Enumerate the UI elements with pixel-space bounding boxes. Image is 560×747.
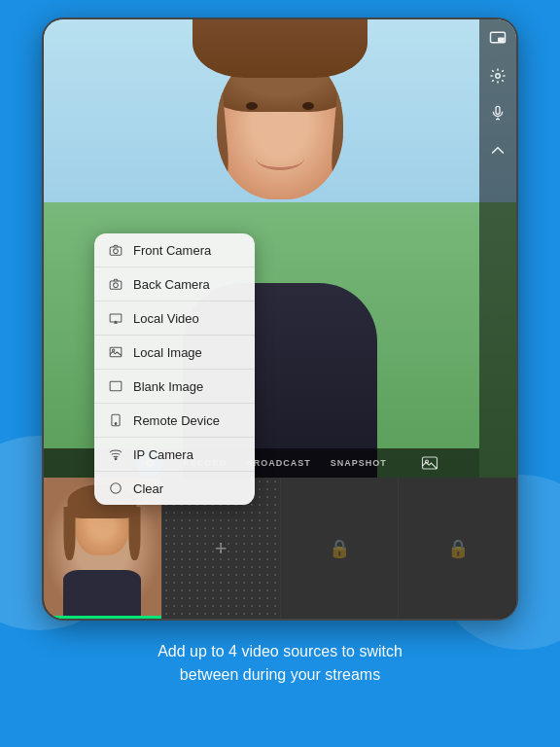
svg-point-12 — [115, 321, 117, 323]
svg-rect-1 — [498, 38, 505, 43]
eye-right — [302, 102, 314, 110]
menu-item-back-camera[interactable]: Back Camera — [94, 267, 255, 302]
person-smile — [256, 146, 304, 170]
local-image-label: Local Image — [133, 345, 202, 360]
mini-body — [63, 570, 141, 619]
front-camera-label: Front Camera — [133, 243, 211, 258]
local-image-icon — [108, 344, 123, 360]
caption-area: Add up to 4 video sources to switch betw… — [0, 621, 560, 696]
ip-camera-icon — [108, 446, 123, 462]
svg-point-19 — [115, 458, 117, 460]
svg-point-10 — [114, 283, 119, 288]
person-eyes — [246, 102, 314, 110]
microphone-icon[interactable] — [486, 101, 509, 124]
clear-label: Clear — [133, 481, 163, 496]
local-video-label: Local Video — [133, 311, 199, 326]
local-video-icon — [108, 310, 123, 326]
menu-item-front-camera[interactable]: Front Camera — [94, 233, 255, 267]
lock-icon-4: 🔒 — [447, 538, 469, 559]
menu-item-ip-camera[interactable]: IP Camera — [94, 438, 255, 472]
back-camera-icon — [108, 276, 123, 292]
remote-device-icon — [108, 412, 123, 428]
svg-point-8 — [114, 249, 119, 254]
caption-line2: between during your streams — [180, 666, 380, 683]
menu-item-clear[interactable]: Clear — [94, 472, 255, 505]
snapshot-label: SNAPSHOT — [331, 458, 387, 468]
svg-rect-3 — [496, 106, 500, 114]
menu-item-local-image[interactable]: Local Image — [94, 336, 255, 370]
svg-point-20 — [111, 483, 122, 494]
mini-hair-left — [64, 507, 76, 560]
menu-item-blank-image[interactable]: Blank Image — [94, 370, 255, 404]
svg-point-2 — [496, 74, 501, 79]
menu-item-remote-device[interactable]: Remote Device — [94, 404, 255, 438]
pip-icon[interactable] — [486, 27, 509, 51]
blank-image-icon — [108, 378, 123, 394]
gallery-button[interactable] — [419, 454, 440, 472]
ip-camera-label: IP Camera — [133, 447, 193, 462]
svg-point-18 — [115, 423, 117, 425]
svg-rect-16 — [110, 381, 122, 390]
sidebar-toolbar — [479, 19, 516, 478]
source-slot-4[interactable]: 🔒 — [399, 478, 516, 619]
menu-item-local-video[interactable]: Local Video — [94, 302, 255, 336]
blank-image-label: Blank Image — [133, 379, 203, 394]
ipad-frame: RECORD BROADCAST SNAPSHOT — [42, 18, 518, 621]
source-slot-3[interactable]: 🔒 — [281, 478, 400, 619]
lock-icon-3: 🔒 — [329, 538, 350, 559]
source-dropdown-menu: Front Camera Back Camera — [94, 233, 255, 505]
camera-icon — [108, 242, 123, 258]
broadcast-label: BROADCAST — [246, 458, 311, 468]
back-camera-label: Back Camera — [133, 277, 210, 292]
remote-device-label: Remote Device — [133, 413, 220, 428]
mini-hair-right — [129, 507, 141, 560]
ipad-screen: RECORD BROADCAST SNAPSHOT — [44, 19, 516, 619]
person-hair-body — [192, 19, 368, 78]
clear-icon — [108, 480, 123, 496]
caption-line1: Add up to 4 video sources to switch — [158, 643, 402, 659]
settings-icon[interactable] — [486, 64, 509, 88]
caption-text: Add up to 4 video sources to switch betw… — [39, 640, 521, 687]
eye-left — [246, 102, 258, 110]
source-1-active-indicator — [44, 616, 161, 619]
chevron-up-icon[interactable] — [486, 138, 509, 161]
